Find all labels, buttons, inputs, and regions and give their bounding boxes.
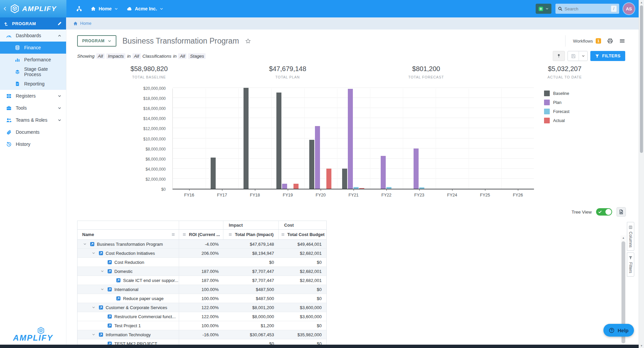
pin-button[interactable] (553, 51, 565, 61)
sidebar-item-teams-roles[interactable]: Teams & Roles (0, 114, 66, 126)
print-icon[interactable] (607, 38, 613, 44)
filters-button[interactable]: FILTERS (590, 51, 625, 61)
table-row-international[interactable]: International100.00%$487,500$0 (77, 285, 326, 294)
sitemap-button[interactable] (76, 6, 82, 11)
x-axis-label: FY25 (469, 193, 501, 197)
sidebar-item-label: Tools (16, 105, 27, 111)
table-row-restructure-commercial-funct[interactable]: Restructure Commercial funct...122.00%$8… (77, 312, 326, 321)
row-chevron-down-icon[interactable] (100, 270, 105, 273)
filter-chip-all[interactable]: All (178, 53, 186, 59)
history-icon (6, 141, 12, 147)
nav-home-menu[interactable]: Home (91, 6, 118, 11)
table-row-information-technology[interactable]: Information Technology-16.00%$30,067,453… (77, 330, 326, 339)
side-tab-columns[interactable]: Columns (627, 222, 634, 251)
sidebar-item-label: History (16, 141, 31, 147)
search-box: / (555, 4, 619, 14)
table-row-cost-reduction[interactable]: Cost Reduction$0$0 (77, 258, 326, 267)
side-tab-filters[interactable]: Filters (627, 252, 634, 277)
table-row-test-project-1[interactable]: Test Project 1100.00%$1,200$0 (77, 321, 326, 330)
kpi-total-plan: $47,679,148TOTAL PLAN (218, 65, 357, 84)
scrollbar-thumb[interactable] (640, 5, 643, 153)
row-name-label: Scale ICT end user suppor... (123, 278, 178, 283)
column-header-label: Total Cost Budget (287, 232, 325, 237)
search-input[interactable] (565, 6, 609, 11)
table-row-business-transformation-program[interactable]: Business Transformation Program-4.00%$47… (77, 240, 326, 249)
favorite-star-icon[interactable] (245, 38, 251, 44)
sidebar-item-registers[interactable]: Registers (0, 90, 66, 102)
kpi-label: TOTAL BASELINE (80, 75, 218, 79)
launch-icon (99, 305, 103, 310)
sidebar-item-history[interactable]: History (0, 138, 66, 150)
legend-item-baseline[interactable]: Baseline (544, 91, 570, 96)
quick-add-button[interactable] (536, 4, 551, 14)
launch-icon (107, 341, 112, 345)
row-chevron-down-icon[interactable] (91, 306, 96, 309)
sidebar-item-dashboards[interactable]: Dashboards (0, 30, 66, 42)
roi-cell: 122.00% (179, 312, 223, 321)
table-row-customer-corporate-services[interactable]: Customer & Corporate Services122.00%$8,0… (77, 303, 326, 312)
filter-chip-all[interactable]: All (132, 53, 141, 59)
gridline (173, 108, 534, 108)
program-type-dropdown[interactable]: PROGRAM (77, 35, 116, 47)
x-axis-tick (518, 189, 518, 191)
sidebar-item-tools[interactable]: Tools (0, 102, 66, 114)
row-chevron-down-icon[interactable] (100, 288, 105, 291)
legend-label: Plan (553, 100, 561, 105)
column-header-total-cost-budget[interactable]: Total Cost Budget (279, 230, 326, 239)
sidebar-item-label: Reporting (24, 81, 45, 86)
horizontal-scrollbar[interactable] (0, 345, 639, 348)
save-view-split-button[interactable] (568, 51, 588, 61)
name-cell: Customer & Corporate Services (77, 303, 179, 312)
sidebar-item-label: Stage Gate Process (24, 66, 61, 77)
legend-item-actual[interactable]: Actual (544, 118, 570, 123)
filter-chip-all[interactable]: All (96, 53, 105, 59)
row-chevron-down-icon[interactable] (91, 251, 96, 255)
sidebar-menu: DashboardsFinancePerformanceStage Gate P… (0, 30, 66, 327)
name-cell: Cost Reduction (77, 258, 179, 267)
user-avatar[interactable]: AS (623, 3, 635, 14)
sidebar-item-performance[interactable]: Performance (0, 54, 66, 66)
gridline (173, 88, 534, 88)
menu-icon[interactable] (619, 38, 625, 44)
breadcrumb-home-link[interactable]: Home (80, 21, 91, 26)
filter-chip-stages[interactable]: Stages (188, 53, 206, 59)
scroll-down-arrow[interactable]: ▼ (639, 343, 644, 348)
edit-pencil-icon[interactable] (57, 21, 62, 26)
y-axis-label: $6,000,000 (146, 157, 166, 162)
scroll-up-arrow[interactable]: ▲ (621, 235, 626, 240)
chevron-down-icon (58, 118, 61, 122)
row-chevron-down-icon[interactable] (91, 333, 96, 336)
sidebar-item-stage-gate-process[interactable]: Stage Gate Process (0, 66, 66, 78)
row-chevron-down-icon[interactable] (82, 242, 88, 246)
tree-view-toggle[interactable] (596, 208, 612, 216)
table-row-test-mk2-project[interactable]: TEST MK2 PROJECT$0$0 (77, 339, 326, 345)
chevron-down-icon (58, 106, 61, 110)
y-axis-label: $2,000,000 (146, 177, 166, 182)
column-header-total-plan-impact[interactable]: Total Plan (Impact) (223, 230, 279, 239)
scroll-up-arrow[interactable]: ▲ (639, 0, 644, 5)
collapse-sidebar-icon[interactable] (3, 6, 7, 11)
export-excel-button[interactable] (616, 207, 626, 217)
total-plan-impact-cell: $0 (223, 258, 279, 267)
sidebar-item-documents[interactable]: Documents (0, 126, 66, 138)
name-cell: Restructure Commercial funct... (77, 312, 179, 321)
sidebar-item-finance[interactable]: Finance (0, 42, 66, 54)
gridline-vertical (238, 89, 239, 189)
nav-org-menu[interactable]: Acme Inc. (127, 6, 163, 11)
sidebar-item-reporting[interactable]: Reporting (0, 78, 66, 90)
filter-chip-impacts[interactable]: Impacts (106, 53, 125, 59)
column-header-name[interactable]: Name (77, 230, 179, 239)
help-button[interactable]: Help (603, 324, 634, 337)
legend-item-plan[interactable]: Plan (544, 100, 570, 105)
x-axis-label: FY19 (271, 193, 304, 197)
legend-item-forecast[interactable]: Forecast (544, 109, 570, 114)
table-row-cost-reduction-initiatives[interactable]: Cost Reduction Initiatives206.00%$8,194,… (77, 249, 326, 258)
table-row-reduce-paper-usage[interactable]: Reduce paper usage100.00%$487,500$0 (77, 294, 326, 303)
home-icon (91, 6, 96, 11)
nav-home-label: Home (99, 6, 112, 11)
table-row-scale-ict-end-user-suppor[interactable]: Scale ICT end user suppor...187.00%$7,70… (77, 276, 326, 285)
table-row-domestic[interactable]: Domestic187.00%$7,707,447$2,682,001 (77, 267, 326, 276)
filter-word-showing: Showing (77, 54, 95, 59)
column-header-roi-current[interactable]: ROI (Current ... (179, 230, 223, 239)
workflows-link[interactable]: Workflows (573, 39, 593, 44)
